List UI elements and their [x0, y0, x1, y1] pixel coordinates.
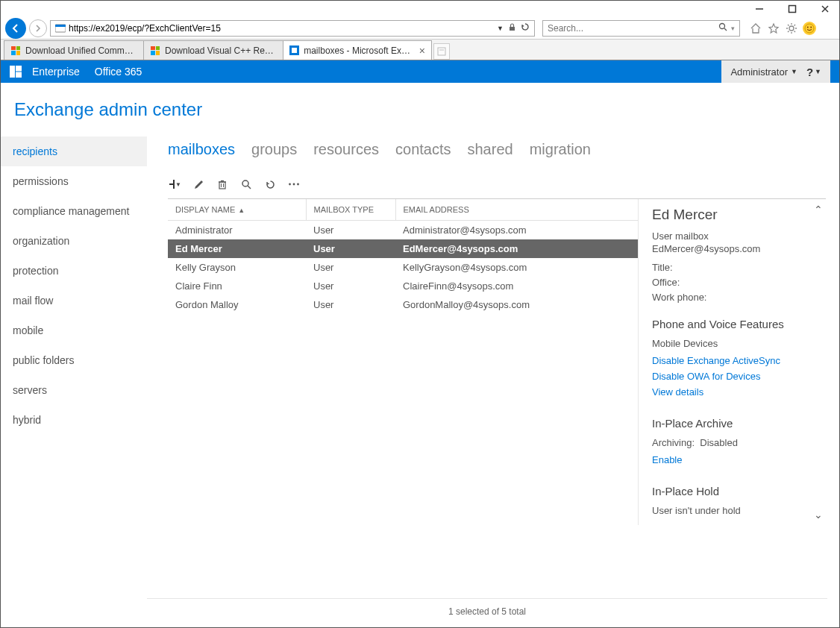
search-dropdown-icon[interactable]: ▾ [731, 25, 735, 32]
sidebar-item-mobile[interactable]: mobile [1, 315, 147, 345]
cell-name: Administrator [168, 221, 306, 240]
tab-title: Download Unified Communic... [25, 45, 137, 56]
favorites-icon[interactable] [767, 22, 780, 35]
svg-rect-22 [292, 48, 297, 53]
table-row[interactable]: Claire FinnUserClaireFinn@4sysops.com [168, 277, 638, 295]
subtab-contacts[interactable]: contacts [395, 141, 451, 158]
sidebar-item-mail-flow[interactable]: mail flow [1, 286, 147, 315]
link-view-details[interactable]: View details [652, 386, 703, 398]
svg-point-39 [297, 183, 299, 186]
cell-email: EdMercer@4sysops.com [395, 239, 638, 258]
svg-point-38 [293, 183, 295, 186]
svg-point-35 [242, 180, 248, 186]
tab-download-unified[interactable]: Download Unified Communic... [4, 40, 144, 60]
nav-forward-button[interactable] [29, 19, 47, 37]
delete-button[interactable] [216, 178, 229, 191]
search-icon[interactable] [718, 22, 728, 34]
col-email[interactable]: EMAIL ADDRESS [395, 199, 638, 221]
cell-name: Kelly Grayson [168, 258, 306, 277]
cell-type: User [306, 277, 395, 295]
details-workphone: Work phone: [652, 292, 818, 303]
sidebar-item-hybrid[interactable]: hybrid [1, 405, 147, 435]
svg-line-36 [248, 186, 251, 189]
details-type: User mailbox [652, 230, 818, 242]
url-dropdown-icon[interactable]: ▼ [497, 25, 504, 32]
col-display-name[interactable]: DISPLAY NAME▲ [168, 199, 306, 221]
window-minimize-button[interactable] [750, 1, 769, 16]
sidebar-item-recipients[interactable]: recipients [1, 136, 147, 166]
sidebar-item-compliance-management[interactable]: compliance management [1, 196, 147, 226]
sidebar: recipientspermissionscompliance manageme… [1, 136, 147, 626]
table-row[interactable]: Gordon MalloyUserGordonMalloy@4sysops.co… [168, 295, 638, 314]
scroll-down-icon[interactable]: ⌄ [814, 509, 823, 521]
link-enable-archive[interactable]: Enable [652, 454, 682, 465]
sidebar-item-public-folders[interactable]: public folders [1, 345, 147, 375]
refresh-icon[interactable] [521, 22, 530, 34]
browser-search-box[interactable]: ▾ [542, 20, 740, 37]
smiley-icon[interactable] [803, 22, 816, 35]
table-row[interactable]: Kelly GraysonUserKellyGrayson@4sysops.co… [168, 258, 638, 277]
svg-rect-5 [55, 25, 66, 27]
refresh-button[interactable] [263, 178, 277, 191]
home-icon[interactable] [749, 22, 762, 35]
url-input[interactable] [69, 23, 494, 34]
cell-email: ClaireFinn@4sysops.com [395, 277, 638, 295]
window-close-button[interactable] [815, 1, 835, 16]
svg-rect-25 [10, 66, 15, 78]
svg-rect-26 [16, 66, 22, 72]
sort-asc-icon: ▲ [238, 207, 245, 214]
scroll-up-icon[interactable]: ⌃ [814, 204, 823, 216]
subtab-mailboxes[interactable]: mailboxes [168, 141, 235, 158]
nav-enterprise[interactable]: Enterprise [32, 66, 80, 78]
subtab-migration[interactable]: migration [530, 141, 591, 158]
tab-mailboxes-active[interactable]: mailboxes - Microsoft Exch... × [283, 40, 432, 60]
cell-type: User [306, 239, 395, 258]
svg-rect-23 [438, 48, 445, 55]
subtab-groups[interactable]: groups [251, 141, 297, 158]
cell-name: Claire Finn [168, 277, 306, 295]
status-footer: 1 selected of 5 total [147, 598, 827, 617]
svg-line-14 [788, 25, 789, 26]
details-email: EdMercer@4sysops.com [652, 243, 818, 254]
new-tab-button[interactable] [433, 43, 450, 60]
more-button[interactable] [287, 178, 301, 191]
tab-title: Download Visual C++ Redistri... [165, 45, 277, 56]
browser-search-input[interactable] [548, 23, 715, 34]
table-toolbar: ▼ [168, 178, 826, 198]
archiving-row: Archiving: Disabled [652, 437, 818, 448]
sidebar-item-permissions[interactable]: permissions [1, 166, 147, 196]
admin-label: Administrator [730, 66, 788, 78]
content-tabs: mailboxesgroupsresourcescontactssharedmi… [168, 136, 826, 178]
sidebar-item-protection[interactable]: protection [1, 256, 147, 286]
window-maximize-button[interactable] [783, 1, 802, 16]
nav-back-button[interactable] [5, 18, 26, 39]
table-row[interactable]: Ed MercerUserEdMercer@4sysops.com [168, 239, 638, 258]
help-menu[interactable]: ? ▼ [806, 66, 821, 78]
cell-type: User [306, 295, 395, 314]
tab-close-icon[interactable]: × [419, 45, 425, 57]
tab-download-visual-cpp[interactable]: Download Visual C++ Redistri... [143, 40, 283, 60]
address-bar[interactable]: ▼ [50, 20, 535, 37]
cell-email: Administrator@4sysops.com [395, 221, 638, 240]
sidebar-item-servers[interactable]: servers [1, 375, 147, 405]
cell-name: Ed Mercer [168, 239, 306, 258]
search-button[interactable] [239, 178, 253, 191]
edit-button[interactable] [192, 178, 205, 191]
cell-name: Gordon Malloy [168, 295, 306, 314]
col-mailbox-type[interactable]: MAILBOX TYPE [306, 199, 395, 221]
subtab-shared[interactable]: shared [468, 141, 513, 158]
add-button[interactable]: ▼ [168, 178, 181, 191]
svg-point-18 [805, 24, 814, 33]
nav-office365[interactable]: Office 365 [95, 66, 142, 78]
app-launcher-icon[interactable] [10, 66, 22, 78]
svg-line-15 [794, 31, 796, 32]
gear-icon[interactable] [785, 22, 798, 35]
link-disable-owa[interactable]: Disable OWA for Devices [652, 371, 760, 382]
svg-rect-27 [16, 72, 22, 78]
sidebar-item-organization[interactable]: organization [1, 226, 147, 256]
subtab-resources[interactable]: resources [313, 141, 379, 158]
link-disable-activesync[interactable]: Disable Exchange ActiveSync [652, 355, 780, 366]
admin-menu[interactable]: Administrator ▼ [730, 66, 797, 78]
table-row[interactable]: AdministratorUserAdministrator@4sysops.c… [168, 221, 638, 240]
help-icon: ? [806, 66, 813, 78]
